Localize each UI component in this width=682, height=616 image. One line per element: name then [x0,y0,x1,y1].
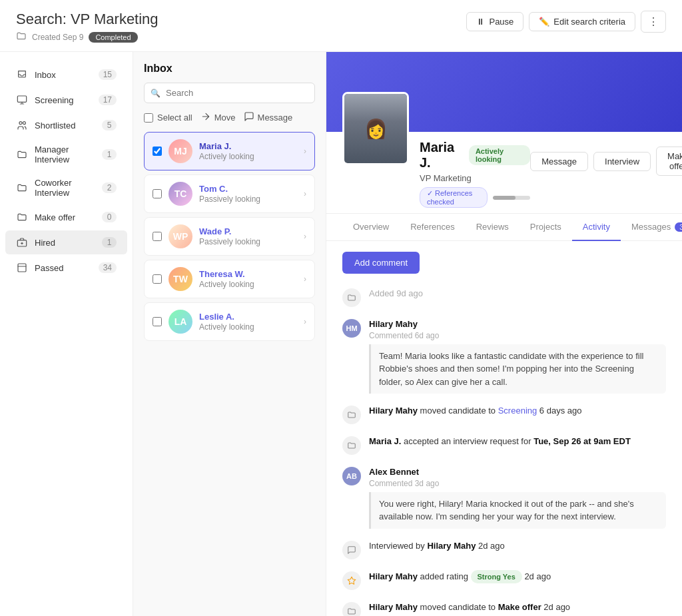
candidate-checkbox-leslie[interactable] [153,317,162,326]
tab-overview[interactable]: Overview [342,214,400,241]
page-title: Search: VP Marketing [16,11,159,28]
search-box: 🔍 [144,83,315,103]
profile-actions: Message Interview Make offer ⋯ [530,140,682,176]
activity-content-interviewed: Interviewed by Hilary Mahy 2d ago [369,539,666,553]
passed-icon [16,262,28,274]
svg-point-1 [19,122,22,125]
search-input[interactable] [144,83,315,103]
candidate-info-wade: Wade P. Passively looking [199,226,297,246]
profile-info-bar: 👩 Maria J. Actively looking VP Marketing… [326,132,682,214]
select-all-input[interactable] [144,113,153,123]
detail-panel: 👩 Maria J. Actively looking VP Marketing… [326,52,682,616]
inbox-panel: Inbox 🔍 Select all Move [133,52,326,616]
screen-icon [16,94,28,106]
activity-item-moved-screening: Hilary Mahy moved candidate to Screening… [342,404,666,424]
activity-item-interviewed: Interviewed by Hilary Mahy 2d ago [342,539,666,559]
sidebar-item-passed[interactable]: Passed 34 [5,256,127,280]
tab-reviews[interactable]: Reviews [466,214,519,241]
inbox-icon [16,69,28,81]
hired-icon [16,236,28,248]
candidate-checkbox-wade[interactable] [153,232,162,241]
add-comment-button[interactable]: Add comment [342,252,420,274]
more-options-button[interactable]: ⋮ [641,11,666,33]
tab-references[interactable]: References [400,214,465,241]
profile-name-row: Maria J. Actively looking [420,140,530,170]
search-icon: 🔍 [151,89,161,98]
header: Search: VP Marketing Created Sep 9 Compl… [0,0,682,52]
candidate-info-theresa: Theresa W. Actively looking [199,269,297,289]
header-actions: ⏸ Pause ✏️ Edit search criteria ⋮ [466,11,666,33]
chevron-right-icon-leslie: › [304,317,306,326]
header-meta: Created Sep 9 Completed [16,31,159,43]
folder-icon-interview [342,436,361,455]
activity-item-rating: Hilary Mahy added rating Strong Yes 2d a… [342,570,666,590]
header-left: Search: VP Marketing Created Sep 9 Compl… [16,11,159,43]
alex-comment-bubble: You were right, Hilary! Maria knocked it… [369,492,666,529]
svg-marker-8 [348,577,356,584]
candidate-card-tom[interactable]: TC Tom C. Passively looking › [144,174,315,213]
candidate-checkbox-tom[interactable] [153,189,162,198]
avatar-leslie: LA [169,310,192,334]
chevron-right-icon: › [304,147,306,156]
sidebar-item-shortlisted[interactable]: Shortlisted 5 [5,113,127,137]
inbox-panel-title: Inbox [144,63,315,75]
activity-item-make-offer: Hilary Mahy moved candidate to Make offe… [342,601,666,617]
search-prefix: Search: [16,11,71,27]
make-offer-button[interactable]: Make offer [656,147,682,176]
activity-item-hilary-comment: HM Hilary Mahy Commented 6d ago Team! Ma… [342,318,666,394]
activity-content-hilary: Hilary Mahy Commented 6d ago Team! Maria… [369,318,666,394]
candidate-card-leslie[interactable]: LA Leslie A. Actively looking › [144,302,315,341]
sidebar-item-make-offer[interactable]: Make offer 0 [5,205,127,229]
candidate-card-maria[interactable]: MJ Maria J. Actively looking › [144,132,315,170]
tab-projects[interactable]: Projects [519,214,572,241]
message-candidate-button[interactable]: Message [530,152,588,171]
avatar-theresa: TW [169,267,192,291]
activity-item-added: Added 9d ago [342,287,666,307]
candidate-info-maria: Maria J. Actively looking [199,141,297,161]
message-icon [244,111,254,124]
candidate-checkbox-theresa[interactable] [153,274,162,284]
candidate-status-wade: Passively looking [199,237,297,246]
sidebar-item-coworker-interview[interactable]: Coworker Interview 2 [5,172,127,204]
search-title: VP Marketing [71,11,159,27]
move-button[interactable]: Move [200,111,236,124]
select-all-checkbox[interactable]: Select all [144,113,192,123]
activity-item-alex-comment: AB Alex Bennet Commented 3d ago You were… [342,465,666,529]
sidebar-item-screening[interactable]: Screening 17 [5,88,127,112]
candidate-status-maria: Actively looking [199,152,297,161]
pause-icon: ⏸ [476,17,485,27]
candidate-name-maria: Maria J. [199,141,297,151]
candidate-checkbox-maria[interactable] [153,147,162,156]
messages-badge: 3 [675,222,682,232]
refs-bar-fill [493,196,515,200]
edit-search-button[interactable]: ✏️ Edit search criteria [529,12,635,31]
star-icon [342,571,361,590]
edit-icon: ✏️ [539,17,549,27]
activity-content-alex: Alex Bennet Commented 3d ago You were ri… [369,465,666,529]
candidate-name-tom: Tom C. [199,184,297,194]
chevron-right-icon-theresa: › [304,274,306,284]
activity-panel: Add comment Added 9d ago [326,241,682,616]
sidebar-item-inbox[interactable]: Inbox 15 [5,63,127,87]
sidebar-nav: Inbox 15 Screening 17 Shortlisted [0,63,133,616]
pause-button[interactable]: ⏸ Pause [466,12,523,31]
profile-refs-row: ✓ References checked [420,187,530,208]
sidebar-item-manager-interview[interactable]: Manager Interview 1 [5,139,127,170]
main-layout: Inbox 15 Screening 17 Shortlisted [0,52,682,616]
avatar-hilary: HM [342,319,361,338]
svg-rect-0 [17,96,26,102]
candidate-card-wade[interactable]: WP Wade P. Passively looking › [144,217,315,256]
candidate-name-leslie: Leslie A. [199,312,297,322]
interview-button[interactable]: Interview [593,152,651,171]
candidate-info-leslie: Leslie A. Actively looking [199,312,297,332]
speech-icon [342,541,361,559]
sidebar: Inbox 15 Screening 17 Shortlisted [0,52,133,616]
message-button[interactable]: Message [244,111,293,124]
tab-activity[interactable]: Activity [572,214,621,241]
sidebar-item-hired[interactable]: Hired 1 [5,230,127,254]
activity-list: Added 9d ago HM Hilary Mahy Commented 6d… [342,287,666,616]
references-checked-badge: ✓ References checked [420,187,488,208]
candidate-card-theresa[interactable]: TW Theresa W. Actively looking › [144,260,315,298]
tab-messages[interactable]: Messages 3 [621,214,682,241]
candidate-status-leslie: Actively looking [199,322,297,332]
